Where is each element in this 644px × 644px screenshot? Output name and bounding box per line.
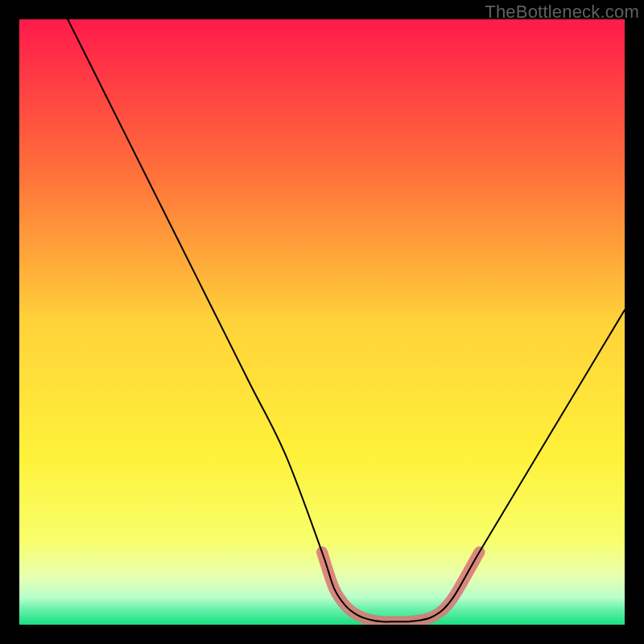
watermark-label: TheBottleneck.com [485,2,639,23]
bottleneck-chart-svg [19,19,625,625]
chart-background-gradient [19,19,625,625]
chart-frame: TheBottleneck.com [0,0,644,644]
plot-area [19,19,625,625]
